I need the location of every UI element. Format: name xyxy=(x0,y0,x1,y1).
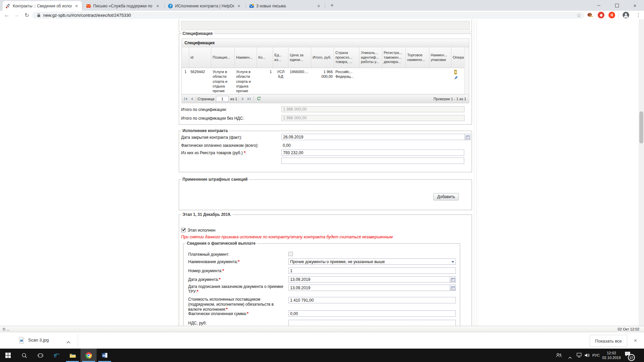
prev-page-icon[interactable] xyxy=(190,97,193,101)
tab-mail-letter[interactable]: Письмо «Служба поддержки по × xyxy=(83,1,163,11)
first-page-icon[interactable] xyxy=(184,97,187,101)
minimize-button[interactable] xyxy=(590,0,608,11)
col-header-position[interactable]: Позиция... xyxy=(211,47,235,68)
tray-time: 12:02 xyxy=(601,351,622,355)
shelf-separator xyxy=(78,334,78,347)
extension-stamp-icon[interactable] xyxy=(587,12,594,18)
reload-icon[interactable]: ↻ xyxy=(23,11,31,19)
language-indicator[interactable]: РУС xyxy=(592,353,600,357)
col-header-customs[interactable]: Регистра... таможен... деклара... xyxy=(382,47,406,68)
stage-done-checkbox[interactable] xyxy=(181,228,185,232)
bookmark-star-icon[interactable]: ☆ xyxy=(577,13,581,18)
tab-contracts[interactable]: Контракты :: Сведения об испол × xyxy=(3,1,82,11)
tab-helpdesk[interactable]: ? ИСполнение контракта | HelpDe × xyxy=(165,1,244,11)
task-view-icon[interactable] xyxy=(32,349,48,362)
calendar-trigger-icon[interactable] xyxy=(450,276,456,283)
cell-price: 1966000.... xyxy=(288,68,311,94)
col-header-country[interactable]: Страна происхо... товара, ... xyxy=(334,47,360,68)
cost-label: Стоимость исполненных поставщиком (подря… xyxy=(188,297,287,312)
paid-sum-input[interactable] xyxy=(288,310,456,317)
file-explorer-icon[interactable] xyxy=(64,349,80,362)
col-header-price[interactable]: Цена за едини... xyxy=(288,47,311,68)
spec-table-row[interactable]: 1 5629442 Услуги в области спорта и отды… xyxy=(182,68,469,94)
back-icon[interactable]: ← xyxy=(3,11,11,19)
doc-name-select[interactable]: Прочие документы о приемке, не указанные… xyxy=(288,258,456,265)
col-header-unit[interactable]: Ед... из... xyxy=(273,47,288,68)
tab-close-icon[interactable]: × xyxy=(155,3,160,9)
col-header-qty[interactable]: Ко... xyxy=(257,47,273,68)
spec-total-novat-input xyxy=(281,115,465,121)
taskbar-search-icon[interactable] xyxy=(16,349,32,362)
word-taskbar-icon[interactable]: W xyxy=(97,349,113,362)
col-header-total[interactable]: Итого, руб. xyxy=(311,47,334,68)
start-button[interactable] xyxy=(0,349,16,362)
internet-explorer-icon[interactable]: e xyxy=(48,349,64,362)
close-window-button[interactable]: × xyxy=(626,0,644,11)
col-header-name[interactable]: Наимен... xyxy=(235,47,257,68)
tab-close-icon[interactable]: × xyxy=(236,3,241,9)
doc-num-input[interactable] xyxy=(288,267,456,274)
stage-warning-text: При снятии данного признака исполнение п… xyxy=(181,235,393,239)
show-all-downloads-button[interactable]: Показать все xyxy=(590,335,627,347)
col-header-operations[interactable]: Опера... xyxy=(451,47,465,68)
paging-separator xyxy=(238,96,239,102)
tab-close-icon[interactable]: × xyxy=(74,3,79,9)
col-header[interactable] xyxy=(182,47,189,68)
chrome-taskbar-icon[interactable] xyxy=(80,349,97,362)
page-scrollbar[interactable] xyxy=(639,19,644,326)
last-page-icon[interactable] xyxy=(247,97,251,101)
col-header-uid[interactable]: Уникаль... идентиф... работы у... xyxy=(360,47,382,68)
registry-input[interactable] xyxy=(281,149,464,156)
registry-extra-input[interactable] xyxy=(281,158,464,164)
close-date-input[interactable] xyxy=(281,134,465,140)
next-page-icon[interactable] xyxy=(241,97,245,101)
tab-close-icon[interactable]: × xyxy=(316,3,321,9)
tab-new-mail[interactable]: 3 новых письма × xyxy=(246,1,324,11)
address-bar[interactable]: new.gz-spb.ru/#cm/contract/exec/lot/2475… xyxy=(32,12,584,19)
vat-input[interactable] xyxy=(288,320,456,326)
doc-date-input[interactable] xyxy=(288,276,450,283)
tray-chevron-up-icon[interactable] xyxy=(568,354,572,360)
refresh-icon[interactable] xyxy=(257,97,261,101)
new-tab-button[interactable]: + xyxy=(328,2,336,10)
pay-doc-checkbox[interactable] xyxy=(288,252,293,256)
col-header-tradename[interactable]: Торговое наимено... xyxy=(406,47,429,68)
cell-qty: 1 xyxy=(257,68,273,94)
page-number-input[interactable] xyxy=(216,96,229,102)
download-chevron-up-icon[interactable] xyxy=(66,339,70,345)
close-shelf-icon[interactable]: × xyxy=(634,338,637,343)
profile-avatar[interactable] xyxy=(623,12,629,18)
calendar-trigger-icon[interactable] xyxy=(465,134,471,140)
spec-total-label: Итого по спецификации: xyxy=(181,107,227,112)
svg-text:?: ? xyxy=(169,4,171,8)
cell-id: 5629442 xyxy=(189,68,211,94)
edit-pencil-icon[interactable] xyxy=(453,76,458,82)
tab-title: Письмо «Служба поддержки по xyxy=(93,4,153,8)
speaker-icon[interactable] xyxy=(584,353,590,359)
spec-total-input xyxy=(281,106,465,112)
tab-divider xyxy=(246,3,246,8)
cell-package xyxy=(429,68,451,94)
sign-date-input[interactable] xyxy=(288,285,450,291)
spec-fieldset: Спецификация Спецификация id Позиция... … xyxy=(179,34,472,125)
mail-blue-favicon-icon xyxy=(249,3,254,9)
tray-clock[interactable]: 12:02 02.10.2019 xyxy=(601,351,622,360)
scrollbar-thumb[interactable] xyxy=(639,111,643,143)
paid-total-label: Фактически оплачено заказчиком (всего): xyxy=(181,143,259,148)
people-icon[interactable] xyxy=(555,353,562,359)
scroll-document-icon[interactable] xyxy=(453,69,458,76)
col-header-id[interactable]: id xyxy=(189,47,211,68)
add-penalty-button[interactable]: Добавить xyxy=(433,193,459,200)
calendar-trigger-icon[interactable] xyxy=(450,285,456,291)
download-file-name[interactable]: Scan 3.jpg xyxy=(28,338,49,343)
extension-hand-icon[interactable] xyxy=(598,12,604,18)
extension-yandex-icon[interactable]: Я xyxy=(608,12,615,18)
forward-icon[interactable]: → xyxy=(13,11,21,19)
network-icon[interactable] xyxy=(576,353,582,359)
browser-menu-icon[interactable]: ⋮ xyxy=(636,11,641,19)
maximize-button[interactable] xyxy=(608,0,626,11)
page-label: Страница xyxy=(198,97,214,101)
cost-input[interactable] xyxy=(288,297,456,303)
col-header-package[interactable]: Наимен... упаковки xyxy=(429,47,451,68)
notification-center-icon[interactable]: 17 xyxy=(625,351,636,360)
